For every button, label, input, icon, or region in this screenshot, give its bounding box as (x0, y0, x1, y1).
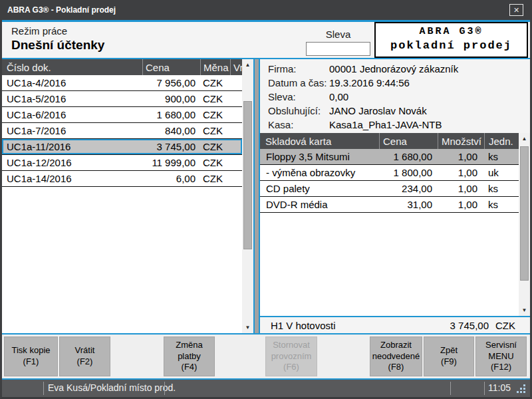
btn-servisni[interactable]: ServisníMENU(F12) (475, 336, 527, 376)
col-jedn: Jedn. (484, 133, 519, 149)
app-window: ABRA G3® - Pokladní prodej ✕ Režim práce… (0, 0, 532, 399)
receipts-scrollbar[interactable]: ▲ ▼ (242, 59, 253, 333)
col-skladova-karta: Skladová karta (260, 133, 379, 149)
info-row: Sleva: 0,00 (268, 90, 530, 104)
receipt-row[interactable]: UC1a-12/2016 11 999,00 CZK (2, 155, 242, 171)
status-bar: Eva Kusá/Pokladní místo prod. 11:05 (2, 380, 530, 397)
total-currency: CZK (495, 320, 515, 331)
btn-zobrazit[interactable]: Zobrazitneodvedené(F8) (370, 336, 422, 376)
detail-panel: Firma: 00001 Jednorázový zákazník Datum … (259, 59, 530, 333)
mode-value: Dnešní účtenky (11, 38, 104, 53)
abra-logo: ABRA G3® pokladní prodej (374, 22, 528, 58)
scroll-down-icon[interactable]: ▼ (242, 322, 253, 333)
close-button[interactable]: ✕ (509, 4, 523, 16)
receipt-row[interactable]: UC1a-4/2016 7 956,00 CZK (2, 75, 242, 91)
discount-label: Sleva (306, 29, 370, 40)
col-item-cena: Cena (379, 133, 438, 149)
DVD-R média[interactable]: DVD-R média 31,00 1,00 ks (260, 197, 519, 213)
info-row: Firma: 00001 Jednorázový zákazník (268, 62, 530, 76)
btn-vratit[interactable]: Vrátit(F2) (59, 336, 110, 376)
scroll-up-icon[interactable]: ▲ (242, 59, 253, 70)
logo-line1: ABRA G3® (376, 26, 527, 37)
payment-total-row: H1 V hotovosti 3 745,00 CZK (260, 316, 530, 333)
col-cislo-dok: Číslo dok. (2, 59, 142, 75)
items-table-header: Skladová karta Cena Množství Jedn. (260, 133, 519, 149)
items-rows: Floppy 3,5 Mitsumi 1 680,00 1,00 ks - vý… (260, 149, 519, 213)
logo-line2: pokladní prodej (376, 39, 527, 52)
scroll-up-icon[interactable]: ▲ (519, 133, 530, 144)
status-divider (43, 382, 44, 395)
receipt-row[interactable]: UC1a-14/2016 6,00 CZK (2, 171, 242, 187)
mode-label: Režim práce (11, 25, 67, 37)
receipts-table-header: Číslo dok. Cena Měna Vr. (2, 59, 242, 75)
- výměna obrazovky[interactable]: - výměna obrazovky 1 800,00 1,00 uk (260, 165, 519, 181)
scroll-down-icon[interactable]: ▼ (519, 305, 530, 316)
main-area: Číslo dok. Cena Měna Vr. UC1a-4/2016 7 9… (2, 58, 530, 334)
items-area: Skladová karta Cena Množství Jedn. Flopp… (260, 133, 530, 316)
header-panel: Režim práce Dnešní účtenky Sleva ABRA G3… (2, 22, 530, 58)
function-button-bar: Tisk kopie(F1)Vrátit(F2)Změnaplatby(F4)S… (2, 334, 530, 378)
close-icon: ✕ (513, 6, 519, 15)
receipt-row[interactable]: UC1a-6/2016 1 680,00 CZK (2, 107, 242, 123)
total-amount: 3 745,00 (450, 320, 489, 331)
payment-method: H1 V hotovosti (271, 320, 450, 331)
info-row: Obsluhující: JANO Jaroslav Novák (268, 104, 530, 118)
btn-zpet[interactable]: Zpět(F9) (424, 336, 474, 376)
resize-grip-icon[interactable] (517, 384, 525, 393)
btn-tisk-kopie[interactable]: Tisk kopie(F1) (4, 336, 58, 376)
info-row: Kasa: Kasa1a_Pha1-JAVA-NTB (268, 118, 530, 132)
Floppy 3,5 Mitsumi[interactable]: Floppy 3,5 Mitsumi 1 680,00 1,00 ks (260, 149, 519, 165)
col-vr: Vr. (230, 59, 242, 75)
info-row: Datum a čas: 19.3.2016 9:44:56 (268, 76, 530, 90)
btn-zmena-platby[interactable]: Změnaplatby(F4) (164, 336, 215, 376)
receipt-row[interactable]: UC1a-7/2016 840,00 CZK (2, 123, 242, 139)
discount-input[interactable] (306, 42, 370, 56)
receipts-scroll-thumb[interactable] (243, 101, 252, 249)
items-scroll-thumb[interactable] (520, 146, 529, 281)
items-scrollbar[interactable]: ▲ ▼ (519, 133, 530, 316)
receipt-info: Firma: 00001 Jednorázový zákazník Datum … (260, 59, 530, 133)
col-mnozstvi: Množství (438, 133, 484, 149)
receipt-row[interactable]: UC1a-5/2016 900,00 CZK (2, 91, 242, 107)
status-divider (450, 382, 451, 395)
status-divider (164, 382, 165, 395)
status-user: Eva Kusá/Pokladní místo prod. (48, 382, 176, 393)
window-title: ABRA G3® - Pokladní prodej (7, 5, 116, 15)
title-bar[interactable]: ABRA G3® - Pokladní prodej ✕ (2, 0, 530, 20)
receipts-panel: Číslo dok. Cena Měna Vr. UC1a-4/2016 7 9… (2, 59, 255, 333)
receipts-rows: UC1a-4/2016 7 956,00 CZK UC1a-5/2016 900… (2, 75, 242, 187)
status-divider (484, 382, 485, 395)
col-mena: Měna (200, 59, 230, 75)
receipt-row[interactable]: UC1a-11/2016 3 745,00 CZK (2, 139, 242, 155)
status-time: 11:05 (488, 382, 511, 393)
btn-stornovat[interactable]: Stornovatprovozním(F6) (265, 336, 317, 376)
CD palety[interactable]: CD palety 234,00 1,00 ks (260, 181, 519, 197)
col-cena: Cena (142, 59, 200, 75)
